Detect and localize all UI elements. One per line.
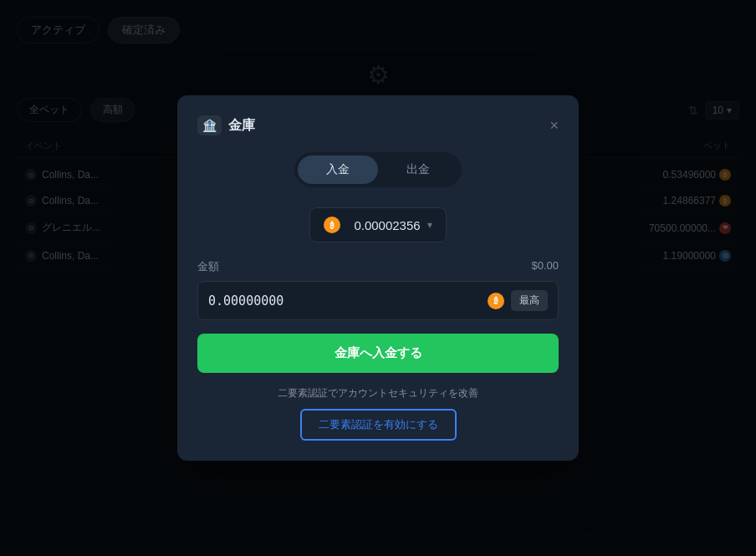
max-button[interactable]: 最高 [511,290,548,311]
deposit-tab-button[interactable]: 入金 [298,156,378,184]
modal-header: 🏦 金庫 × [197,115,559,135]
amount-input[interactable] [208,293,488,309]
vault-modal: 🏦 金庫 × 入金 出金 ₿ 0.00002356 ▾ 金額 $0.00 [177,95,579,461]
vault-icon: 🏦 [197,115,222,135]
amount-usd: $0.00 [531,259,559,274]
balance-selector: ₿ 0.00002356 ▾ [197,207,559,242]
tfa-description: 二要素認証でアカウントセキュリティを改善 [197,386,559,400]
amount-label-row: 金額 $0.00 [197,259,559,274]
deposit-button[interactable]: 金庫へ入金する [197,334,559,373]
balance-dropdown[interactable]: ₿ 0.00002356 ▾ [309,207,446,242]
action-toggle: 入金 出金 [294,152,462,187]
modal-overlay: 🏦 金庫 × 入金 出金 ₿ 0.00002356 ▾ 金額 $0.00 [0,0,756,556]
modal-title: 🏦 金庫 [197,115,255,135]
amount-input-wrapper: ₿ 最高 [197,281,559,320]
withdraw-tab-button[interactable]: 出金 [378,156,458,184]
btc-input-icon: ₿ [488,293,504,309]
tfa-enable-button[interactable]: 二要素認証を有効にする [300,409,457,441]
chevron-down-icon: ▾ [427,219,432,231]
close-button[interactable]: × [549,118,559,133]
amount-section: 金額 $0.00 ₿ 最高 [197,259,559,320]
btc-icon: ₿ [324,217,340,233]
tfa-section: 二要素認証でアカウントセキュリティを改善 二要素認証を有効にする [197,386,559,441]
amount-label: 金額 [197,259,219,274]
balance-value: 0.00002356 [354,218,420,232]
